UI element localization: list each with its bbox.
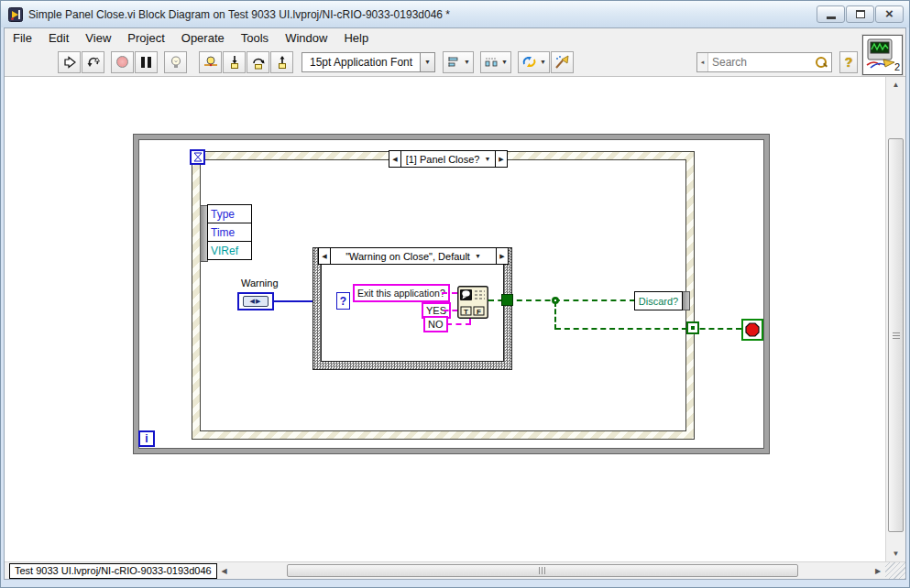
- run-continuously-button[interactable]: [82, 51, 104, 73]
- broom-icon: [554, 55, 569, 70]
- scroll-right-icon: ▶: [875, 567, 881, 575]
- event-selector[interactable]: ◀ [1] Panel Close?▼ ▶: [389, 150, 508, 168]
- timeout-terminal[interactable]: [190, 149, 205, 165]
- scroll-up-button[interactable]: ▲: [886, 77, 905, 93]
- loop-condition-terminal[interactable]: [741, 319, 763, 341]
- distribute-objects-button[interactable]: ▼: [480, 51, 511, 73]
- vi-icon-badge: 2: [894, 61, 900, 72]
- highlight-execution-button[interactable]: [164, 51, 187, 73]
- iteration-symbol: i: [145, 432, 148, 445]
- next-case-arrow[interactable]: ▶: [495, 151, 507, 167]
- distribute-objects-icon: [484, 56, 499, 69]
- run-button[interactable]: [58, 51, 81, 73]
- menu-window[interactable]: Window: [277, 29, 335, 47]
- previous-case-arrow[interactable]: ◀: [319, 248, 331, 264]
- labview-block-diagram-window: Simple Panel Close.vi Block Diagram on T…: [0, 0, 910, 588]
- menu-project[interactable]: Project: [119, 29, 172, 47]
- horizontal-scroll-track[interactable]: [232, 562, 871, 579]
- menu-edit[interactable]: Edit: [40, 29, 77, 47]
- menu-help[interactable]: Help: [335, 29, 377, 47]
- align-objects-icon: [446, 56, 461, 69]
- vertical-scroll-thumb[interactable]: [888, 138, 904, 532]
- event-data-field-time[interactable]: Time: [207, 223, 252, 242]
- menu-view[interactable]: View: [77, 29, 119, 47]
- discard-label: Discard?: [634, 291, 683, 310]
- run-arrow-icon: [62, 55, 77, 70]
- abort-button[interactable]: [111, 51, 134, 73]
- vertical-scrollbar[interactable]: ▲ ▼: [885, 77, 905, 561]
- step-into-button[interactable]: [223, 51, 246, 73]
- event-data-field-type[interactable]: Type: [207, 204, 252, 223]
- help-button[interactable]: ?: [839, 51, 858, 73]
- help-icon: ?: [845, 55, 853, 70]
- scroll-right-button[interactable]: ▶: [871, 562, 885, 579]
- maximize-button[interactable]: [846, 5, 874, 23]
- nav-left-icon: ◀: [392, 156, 397, 163]
- horizontal-scroll-thumb[interactable]: [287, 564, 798, 577]
- menu-tools[interactable]: Tools: [233, 29, 277, 47]
- wire-branch-vertical[interactable]: [554, 301, 556, 330]
- chevron-down-icon: ▼: [484, 156, 490, 162]
- string-constant-no[interactable]: NO: [423, 316, 448, 332]
- discard-event-node[interactable]: Discard?: [634, 291, 690, 310]
- warning-terminal-label[interactable]: Warning: [241, 278, 279, 289]
- event-data-field-viref[interactable]: VIRef: [207, 241, 252, 260]
- string-constant-message[interactable]: Exit this application?: [353, 284, 450, 302]
- block-diagram-canvas[interactable]: i ◀ [1] Panel Close?▼ ▶: [5, 77, 885, 561]
- scroll-down-button[interactable]: ▼: [886, 546, 905, 561]
- event-selector-label: [1] Panel Close?: [406, 154, 480, 165]
- pause-button[interactable]: [135, 51, 158, 73]
- abort-icon: [116, 56, 128, 68]
- event-data-node[interactable]: Type Time VIRef: [207, 205, 252, 260]
- step-out-icon: [275, 55, 290, 70]
- wire-no-horizontal[interactable]: [446, 323, 471, 325]
- menu-file[interactable]: File: [5, 29, 40, 47]
- search-box[interactable]: ◂: [696, 52, 832, 72]
- stop-sign-icon: [745, 322, 760, 337]
- clean-up-diagram-button[interactable]: [551, 51, 574, 73]
- next-case-arrow[interactable]: ▶: [496, 248, 508, 264]
- font-selector[interactable]: 15pt Application Font ▼: [302, 52, 435, 72]
- vi-icon-pane[interactable]: 2: [862, 35, 903, 75]
- event-output-tunnel[interactable]: [686, 321, 699, 334]
- toolbar: 15pt Application Font ▼ ▼ ▼: [5, 48, 905, 77]
- wire-branch-to-stop[interactable]: [555, 328, 741, 330]
- retain-wire-values-button[interactable]: [199, 51, 222, 73]
- scroll-left-button[interactable]: ◀: [217, 562, 232, 579]
- minimize-button[interactable]: [817, 5, 845, 23]
- iteration-terminal[interactable]: i: [138, 430, 155, 447]
- nav-left-icon: ◀: [322, 253, 326, 260]
- execution-target-box[interactable]: Test 9033 UI.lvproj/NI-cRIO-9033-0193d04…: [9, 563, 217, 579]
- reorder-objects-icon: [521, 55, 537, 69]
- reorder-objects-button[interactable]: ▼: [518, 51, 550, 73]
- two-button-dialog-node[interactable]: T F: [457, 286, 488, 322]
- resize-grip[interactable]: [885, 562, 905, 579]
- step-into-icon: [227, 55, 242, 70]
- step-out-button[interactable]: [270, 51, 293, 73]
- close-button[interactable]: ×: [875, 5, 904, 23]
- collapse-left-icon: ◂: [701, 59, 705, 66]
- scroll-up-icon: ▲: [893, 81, 900, 89]
- nav-right-icon: ▶: [499, 253, 504, 260]
- wire-message-to-dialog[interactable]: [442, 292, 457, 294]
- previous-case-arrow[interactable]: ◀: [389, 151, 401, 167]
- two-button-dialog-icon: T F: [457, 286, 488, 319]
- case-selector[interactable]: ◀ "Warning on Close", Default▼ ▶: [318, 247, 509, 265]
- run-continuously-icon: [86, 55, 101, 70]
- step-over-button[interactable]: [247, 51, 269, 73]
- warning-enum-terminal[interactable]: ◀▶: [237, 292, 274, 310]
- align-objects-button[interactable]: ▼: [443, 51, 474, 73]
- case-selector-terminal[interactable]: ?: [336, 292, 350, 310]
- wire-yes-to-dialog[interactable]: [444, 310, 457, 311]
- chevron-down-icon: ▼: [540, 59, 546, 65]
- titlebar[interactable]: Simple Panel Close.vi Block Diagram on T…: [1, 1, 909, 27]
- bottom-scroll-row: Test 9033 UI.lvproj/NI-cRIO-9033-0193d04…: [5, 561, 905, 579]
- search-input[interactable]: [708, 56, 814, 69]
- wire-junction-dot[interactable]: [552, 297, 559, 304]
- font-selector-dropdown[interactable]: ▼: [420, 53, 434, 71]
- menu-operate[interactable]: Operate: [173, 29, 233, 47]
- chevron-down-icon: ▼: [464, 59, 470, 65]
- pause-icon: [141, 57, 151, 68]
- search-collapse-toggle[interactable]: ◂: [697, 53, 708, 71]
- case-output-tunnel[interactable]: [501, 294, 513, 306]
